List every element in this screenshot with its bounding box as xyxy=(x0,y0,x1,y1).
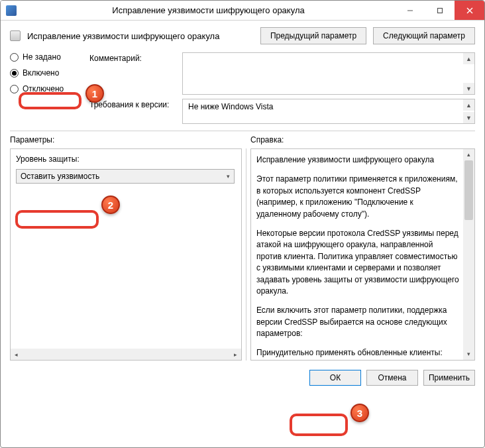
radio-enabled[interactable] xyxy=(10,69,19,78)
comment-label: Комментарий: xyxy=(89,52,176,99)
requirements-value: Не ниже Windows Vista xyxy=(188,102,274,111)
protection-level-value: Оставить уязвимость xyxy=(21,172,99,181)
comment-textarea[interactable]: ▲ ▼ xyxy=(182,52,475,95)
maximize-button[interactable] xyxy=(425,1,455,20)
svg-rect-1 xyxy=(437,8,442,13)
horizontal-scrollbar[interactable]: ◂ ▸ xyxy=(11,349,241,360)
policy-icon xyxy=(10,30,21,41)
help-panel: Исправление уязвимости шифрующего оракул… xyxy=(250,148,475,361)
cancel-button[interactable]: Отмена xyxy=(366,370,418,386)
requirements-box: Не ниже Windows Vista ▲ ▼ xyxy=(182,99,475,124)
scrollbar-thumb[interactable] xyxy=(464,160,473,220)
previous-setting-button[interactable]: Предыдущий параметр xyxy=(260,27,366,44)
help-text: Этот параметр политики применяется к при… xyxy=(256,174,460,220)
scroll-down-icon[interactable]: ▼ xyxy=(463,83,474,94)
scroll-left-icon[interactable]: ◂ xyxy=(11,349,22,360)
apply-button[interactable]: Применить xyxy=(423,370,475,386)
radio-disabled[interactable] xyxy=(10,85,19,93)
scroll-right-icon[interactable]: ▸ xyxy=(230,349,241,360)
help-text: Исправление уязвимости шифрующего оракул… xyxy=(256,154,460,166)
policy-name: Исправление уязвимости шифрующего оракул… xyxy=(27,31,254,41)
requirements-label: Требования к версии: xyxy=(89,99,176,119)
minimize-button[interactable] xyxy=(395,1,425,20)
titlebar: Исправление уязвимости шифрующего оракул… xyxy=(1,1,484,21)
scroll-up-icon[interactable]: ▴ xyxy=(463,149,474,160)
help-header: Справка: xyxy=(250,135,475,144)
scroll-down-icon[interactable]: ▾ xyxy=(463,349,474,360)
scroll-up-icon[interactable]: ▲ xyxy=(463,53,474,64)
annotation-callout xyxy=(290,414,348,436)
radio-enabled-label: Включено xyxy=(23,68,59,78)
options-header: Параметры: xyxy=(10,135,242,144)
options-panel: Уровень защиты: Оставить уязвимость ▾ ◂ … xyxy=(10,148,242,361)
close-button[interactable] xyxy=(455,1,484,20)
vertical-scrollbar[interactable]: ▴ ▾ xyxy=(463,149,474,360)
next-setting-button[interactable]: Следующий параметр xyxy=(373,27,475,44)
help-text: Принудительно применять обновленные клие… xyxy=(256,347,460,361)
annotation-marker: 3 xyxy=(350,404,369,422)
protection-level-combo[interactable]: Оставить уязвимость ▾ xyxy=(16,169,235,184)
protection-level-label: Уровень защиты: xyxy=(16,154,236,164)
window-title: Исправление уязвимости шифрующего оракул… xyxy=(22,5,395,15)
scroll-down-icon[interactable]: ▼ xyxy=(463,112,474,123)
radio-disabled-label: Отключено xyxy=(23,84,64,93)
app-icon xyxy=(6,5,17,16)
radio-not-configured[interactable] xyxy=(10,53,19,62)
chevron-down-icon: ▾ xyxy=(227,173,230,180)
help-text: Некоторые версии протокола CredSSP уязви… xyxy=(256,228,460,297)
radio-not-configured-label: Не задано xyxy=(23,52,61,62)
state-radio-group: Не задано Включено Отключено xyxy=(10,52,83,124)
scroll-up-icon[interactable]: ▲ xyxy=(463,99,474,111)
help-text: Если включить этот параметр политики, по… xyxy=(256,305,460,339)
ok-button[interactable]: ОК xyxy=(309,370,361,386)
